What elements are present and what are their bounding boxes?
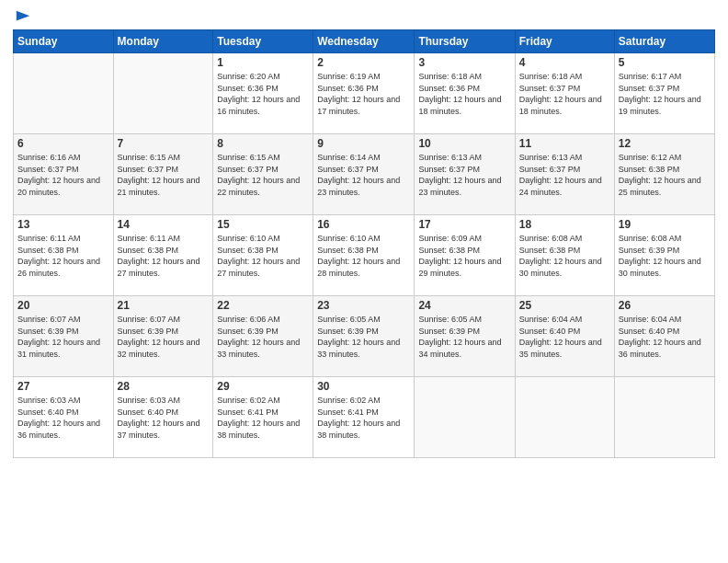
calendar-day-27: 27Sunrise: 6:03 AMSunset: 6:40 PMDayligh…: [14, 377, 114, 458]
calendar-day-19: 19Sunrise: 6:08 AMSunset: 6:39 PMDayligh…: [614, 215, 714, 296]
calendar-day-10: 10Sunrise: 6:13 AMSunset: 6:37 PMDayligh…: [415, 134, 515, 215]
day-info: Sunrise: 6:18 AMSunset: 6:36 PMDaylight:…: [418, 71, 510, 117]
calendar-week-row: 13Sunrise: 6:11 AMSunset: 6:38 PMDayligh…: [14, 215, 715, 296]
day-number: 24: [418, 299, 510, 312]
calendar-header-wednesday: Wednesday: [313, 30, 415, 53]
calendar-day-11: 11Sunrise: 6:13 AMSunset: 6:37 PMDayligh…: [515, 134, 614, 215]
calendar-header-saturday: Saturday: [614, 30, 714, 53]
day-number: 12: [619, 137, 711, 150]
calendar-day-25: 25Sunrise: 6:04 AMSunset: 6:40 PMDayligh…: [515, 296, 614, 377]
calendar-day-2: 2Sunrise: 6:19 AMSunset: 6:36 PMDaylight…: [313, 53, 415, 134]
calendar-day-18: 18Sunrise: 6:08 AMSunset: 6:38 PMDayligh…: [515, 215, 614, 296]
calendar-week-row: 1Sunrise: 6:20 AMSunset: 6:36 PMDaylight…: [14, 53, 715, 134]
calendar-day-17: 17Sunrise: 6:09 AMSunset: 6:38 PMDayligh…: [415, 215, 515, 296]
day-info: Sunrise: 6:09 AMSunset: 6:38 PMDaylight:…: [418, 233, 510, 279]
day-info: Sunrise: 6:13 AMSunset: 6:37 PMDaylight:…: [519, 152, 610, 198]
day-number: 11: [519, 137, 610, 150]
day-info: Sunrise: 6:20 AMSunset: 6:36 PMDaylight:…: [217, 71, 309, 117]
calendar-day-12: 12Sunrise: 6:12 AMSunset: 6:38 PMDayligh…: [614, 134, 714, 215]
day-number: 29: [217, 380, 309, 393]
calendar-day-8: 8Sunrise: 6:15 AMSunset: 6:37 PMDaylight…: [213, 134, 313, 215]
calendar-day-3: 3Sunrise: 6:18 AMSunset: 6:36 PMDaylight…: [415, 53, 515, 134]
day-number: 20: [17, 299, 109, 312]
calendar-day-5: 5Sunrise: 6:17 AMSunset: 6:37 PMDaylight…: [614, 53, 714, 134]
calendar-empty-cell: [614, 377, 714, 458]
day-number: 17: [418, 218, 510, 231]
day-info: Sunrise: 6:12 AMSunset: 6:38 PMDaylight:…: [619, 152, 711, 198]
day-info: Sunrise: 6:04 AMSunset: 6:40 PMDaylight:…: [619, 314, 711, 360]
day-number: 14: [118, 218, 210, 231]
day-number: 10: [418, 137, 510, 150]
day-number: 25: [519, 299, 610, 312]
calendar-day-14: 14Sunrise: 6:11 AMSunset: 6:38 PMDayligh…: [113, 215, 213, 296]
day-info: Sunrise: 6:10 AMSunset: 6:38 PMDaylight:…: [217, 233, 309, 279]
calendar-day-30: 30Sunrise: 6:02 AMSunset: 6:41 PMDayligh…: [313, 377, 415, 458]
day-number: 16: [317, 218, 410, 231]
day-number: 8: [217, 137, 309, 150]
day-info: Sunrise: 6:19 AMSunset: 6:36 PMDaylight:…: [317, 71, 410, 117]
calendar-day-21: 21Sunrise: 6:07 AMSunset: 6:39 PMDayligh…: [113, 296, 213, 377]
calendar-header-friday: Friday: [515, 30, 614, 53]
day-number: 4: [519, 56, 610, 69]
day-info: Sunrise: 6:13 AMSunset: 6:37 PMDaylight:…: [418, 152, 510, 198]
calendar-day-16: 16Sunrise: 6:10 AMSunset: 6:38 PMDayligh…: [313, 215, 415, 296]
calendar-header-row: SundayMondayTuesdayWednesdayThursdayFrid…: [14, 30, 715, 53]
day-number: 6: [17, 137, 109, 150]
day-info: Sunrise: 6:15 AMSunset: 6:37 PMDaylight:…: [217, 152, 309, 198]
day-info: Sunrise: 6:07 AMSunset: 6:39 PMDaylight:…: [17, 314, 109, 360]
calendar-header-monday: Monday: [113, 30, 213, 53]
day-info: Sunrise: 6:03 AMSunset: 6:40 PMDaylight:…: [17, 395, 109, 441]
day-number: 3: [418, 56, 510, 69]
logo: [13, 9, 31, 22]
day-info: Sunrise: 6:03 AMSunset: 6:40 PMDaylight:…: [118, 395, 210, 441]
day-info: Sunrise: 6:10 AMSunset: 6:38 PMDaylight:…: [317, 233, 410, 279]
calendar-header-sunday: Sunday: [14, 30, 114, 53]
calendar-header-tuesday: Tuesday: [213, 30, 313, 53]
calendar-day-28: 28Sunrise: 6:03 AMSunset: 6:40 PMDayligh…: [113, 377, 213, 458]
calendar-header-thursday: Thursday: [415, 30, 515, 53]
day-info: Sunrise: 6:11 AMSunset: 6:38 PMDaylight:…: [17, 233, 109, 279]
day-number: 18: [519, 218, 610, 231]
day-number: 19: [619, 218, 711, 231]
calendar-day-29: 29Sunrise: 6:02 AMSunset: 6:41 PMDayligh…: [213, 377, 313, 458]
day-number: 27: [17, 380, 109, 393]
calendar-day-23: 23Sunrise: 6:05 AMSunset: 6:39 PMDayligh…: [313, 296, 415, 377]
svg-marker-0: [17, 11, 29, 21]
day-info: Sunrise: 6:04 AMSunset: 6:40 PMDaylight:…: [519, 314, 610, 360]
day-number: 1: [217, 56, 309, 69]
calendar-day-13: 13Sunrise: 6:11 AMSunset: 6:38 PMDayligh…: [14, 215, 114, 296]
calendar-day-6: 6Sunrise: 6:16 AMSunset: 6:37 PMDaylight…: [14, 134, 114, 215]
calendar-day-7: 7Sunrise: 6:15 AMSunset: 6:37 PMDaylight…: [113, 134, 213, 215]
day-info: Sunrise: 6:15 AMSunset: 6:37 PMDaylight:…: [118, 152, 210, 198]
day-info: Sunrise: 6:02 AMSunset: 6:41 PMDaylight:…: [317, 395, 410, 441]
calendar-day-22: 22Sunrise: 6:06 AMSunset: 6:39 PMDayligh…: [213, 296, 313, 377]
day-info: Sunrise: 6:14 AMSunset: 6:37 PMDaylight:…: [317, 152, 410, 198]
calendar-day-1: 1Sunrise: 6:20 AMSunset: 6:36 PMDaylight…: [213, 53, 313, 134]
day-number: 7: [118, 137, 210, 150]
page: SundayMondayTuesdayWednesdayThursdayFrid…: [0, 0, 728, 563]
day-info: Sunrise: 6:18 AMSunset: 6:37 PMDaylight:…: [519, 71, 610, 117]
day-number: 5: [619, 56, 711, 69]
calendar-day-26: 26Sunrise: 6:04 AMSunset: 6:40 PMDayligh…: [614, 296, 714, 377]
calendar-week-row: 27Sunrise: 6:03 AMSunset: 6:40 PMDayligh…: [14, 377, 715, 458]
day-number: 22: [217, 299, 309, 312]
day-info: Sunrise: 6:05 AMSunset: 6:39 PMDaylight:…: [317, 314, 410, 360]
day-info: Sunrise: 6:05 AMSunset: 6:39 PMDaylight:…: [418, 314, 510, 360]
day-info: Sunrise: 6:08 AMSunset: 6:39 PMDaylight:…: [619, 233, 711, 279]
calendar-week-row: 20Sunrise: 6:07 AMSunset: 6:39 PMDayligh…: [14, 296, 715, 377]
calendar-empty-cell: [113, 53, 213, 134]
logo-flag-icon: [15, 9, 31, 26]
calendar-day-9: 9Sunrise: 6:14 AMSunset: 6:37 PMDaylight…: [313, 134, 415, 215]
day-info: Sunrise: 6:16 AMSunset: 6:37 PMDaylight:…: [17, 152, 109, 198]
day-info: Sunrise: 6:11 AMSunset: 6:38 PMDaylight:…: [118, 233, 210, 279]
day-number: 23: [317, 299, 410, 312]
day-info: Sunrise: 6:02 AMSunset: 6:41 PMDaylight:…: [217, 395, 309, 441]
day-number: 21: [118, 299, 210, 312]
day-info: Sunrise: 6:08 AMSunset: 6:38 PMDaylight:…: [519, 233, 610, 279]
day-info: Sunrise: 6:17 AMSunset: 6:37 PMDaylight:…: [619, 71, 711, 117]
day-number: 2: [317, 56, 410, 69]
calendar-day-15: 15Sunrise: 6:10 AMSunset: 6:38 PMDayligh…: [213, 215, 313, 296]
calendar: SundayMondayTuesdayWednesdayThursdayFrid…: [13, 29, 715, 458]
day-info: Sunrise: 6:07 AMSunset: 6:39 PMDaylight:…: [118, 314, 210, 360]
calendar-empty-cell: [415, 377, 515, 458]
